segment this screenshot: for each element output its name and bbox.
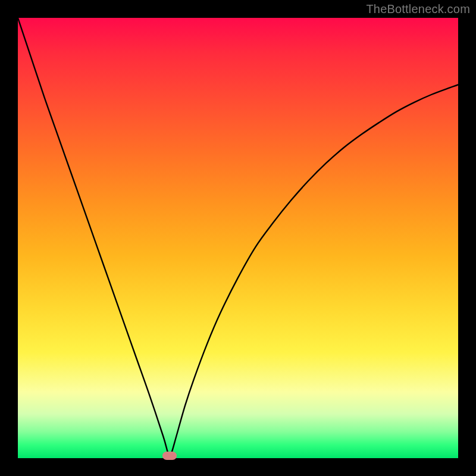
watermark-label: TheBottleneck.com: [366, 2, 470, 16]
optimal-point-marker: [162, 452, 177, 460]
bottleneck-curve: [18, 18, 458, 458]
chart-frame: TheBottleneck.com: [0, 0, 476, 476]
plot-area: [18, 18, 458, 458]
